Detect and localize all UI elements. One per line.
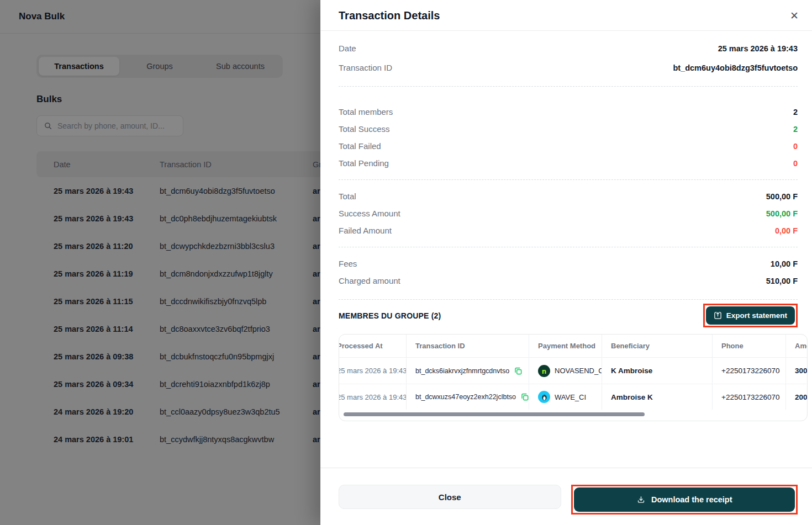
members-table-header: Processed At Transaction ID Payment Meth… — [339, 335, 808, 358]
fee-row: Charged amount 510,00 F — [339, 272, 798, 289]
count-label: Total Success — [339, 124, 390, 134]
fee-value: 10,00 F — [771, 259, 798, 268]
member-row: 25 mars 2026 à 19:43 bt_dcwxuzs47eoyz2ex… — [339, 384, 808, 410]
count-value: 2 — [793, 108, 798, 116]
download-icon — [636, 495, 646, 505]
cell-processed-at: 25 mars 2026 à 19:43 — [339, 358, 406, 384]
amount-row: Total 500,00 F — [339, 188, 798, 205]
date-label: Date — [339, 44, 356, 53]
divider — [339, 179, 798, 180]
transaction-id-row: Transaction ID bt_dcm6uy4obi8dzg3f5fuvto… — [339, 58, 798, 77]
payment-method-label: WAVE_CI — [555, 393, 586, 401]
download-receipt-label: Download the receipt — [651, 495, 732, 504]
divider — [339, 299, 798, 300]
svg-text:n: n — [542, 367, 547, 375]
copy-icon[interactable] — [514, 367, 523, 375]
cell-payment-method: n NOVASEND_CI — [529, 358, 602, 384]
member-transaction-id: bt_dcks6iakrvxjzfnmrtgcdnvtso — [415, 367, 509, 375]
member-row: 25 mars 2026 à 19:43 bt_dcks6iakrvxjzfnm… — [339, 358, 808, 384]
members-header-bar: MEMBRES DU GROUPE (2) Export statement — [339, 304, 798, 327]
copy-icon[interactable] — [520, 393, 529, 401]
panel-footer: Close Download the receipt — [320, 468, 812, 525]
column-header-amount: Amount — [785, 335, 808, 357]
amounts-section: Total 500,00 F Success Amount 500,00 F F… — [339, 188, 798, 239]
annotation-highlight-export: Export statement — [703, 304, 798, 327]
count-row: Total Success 2 — [339, 120, 798, 137]
members-heading: MEMBRES DU GROUPE (2) — [339, 311, 441, 320]
close-button[interactable]: Close — [339, 485, 561, 509]
count-row: Total Failed 0 — [339, 137, 798, 155]
transaction-id-value: bt_dcm6uy4obi8dzg3f5fuvtoetso — [673, 63, 798, 72]
export-icon — [714, 311, 722, 320]
column-header-payment-method: Payment Method — [529, 335, 602, 357]
column-header-phone: Phone — [712, 335, 785, 357]
amount-label: Total — [339, 192, 356, 201]
cell-amount: 200,00 F — [785, 384, 808, 410]
amount-row: Success Amount 500,00 F — [339, 205, 798, 222]
annotation-highlight-download: Download the receipt — [571, 485, 798, 515]
wave-penguin-icon — [538, 391, 550, 403]
counts-section: Total members 2 Total Success 2 Total Fa… — [339, 103, 798, 172]
transaction-id-label: Transaction ID — [339, 63, 392, 72]
export-statement-button[interactable]: Export statement — [706, 306, 795, 325]
payment-method-label: NOVASEND_CI — [555, 367, 602, 375]
count-label: Total Pending — [339, 158, 389, 168]
column-header-beneficiary: Beneficiary — [602, 335, 712, 357]
cell-amount: 300,00 F — [785, 358, 808, 384]
cell-phone: +2250173226070 — [712, 358, 785, 384]
cell-phone: +2250173226070 — [712, 384, 785, 410]
amount-row: Failed Amount 0,00 F — [339, 222, 798, 239]
members-table: Processed At Transaction ID Payment Meth… — [339, 334, 808, 421]
column-header-processed-at: Processed At — [339, 335, 406, 357]
fee-label: Fees — [339, 259, 357, 268]
column-header-transaction-id: Transaction ID — [406, 335, 529, 357]
members-table-body: 25 mars 2026 à 19:43 bt_dcks6iakrvxjzfnm… — [339, 358, 808, 410]
members-table-inner: Processed At Transaction ID Payment Meth… — [339, 335, 808, 410]
cell-beneficiary: K Ambroise — [602, 358, 712, 384]
fee-label: Charged amount — [339, 276, 400, 285]
amount-label: Success Amount — [339, 209, 400, 218]
panel-title: Transaction Details — [339, 9, 440, 22]
divider — [339, 247, 798, 247]
amount-value: 500,00 F — [766, 209, 798, 218]
transaction-details-panel: Transaction Details ✕ Date 25 mars 2026 … — [320, 0, 812, 525]
amount-label: Failed Amount — [339, 226, 392, 235]
count-row: Total members 2 — [339, 103, 798, 120]
count-value: 0 — [793, 142, 798, 151]
count-label: Total members — [339, 107, 393, 116]
download-receipt-button[interactable]: Download the receipt — [574, 487, 795, 512]
member-transaction-id: bt_dcwxuzs47eoyz2exh22jclbtso — [415, 393, 516, 401]
export-statement-label: Export statement — [726, 311, 787, 320]
fees-section: Fees 10,00 F Charged amount 510,00 F — [339, 255, 798, 289]
novasend-icon: n — [538, 365, 550, 377]
fee-value: 510,00 F — [766, 277, 798, 285]
cell-payment-method: WAVE_CI — [529, 384, 602, 410]
panel-header: Transaction Details ✕ — [320, 0, 812, 31]
cell-transaction-id: bt_dcwxuzs47eoyz2exh22jclbtso — [406, 384, 529, 410]
amount-value: 500,00 F — [766, 192, 798, 201]
close-icon[interactable]: ✕ — [785, 8, 803, 23]
horizontal-scrollbar[interactable] — [344, 412, 645, 416]
panel-body: Date 25 mars 2026 à 19:43 Transaction ID… — [320, 31, 812, 468]
divider — [339, 86, 798, 87]
fee-row: Fees 10,00 F — [339, 255, 798, 272]
count-label: Total Failed — [339, 141, 381, 151]
date-row: Date 25 mars 2026 à 19:43 — [339, 39, 798, 58]
cell-transaction-id: bt_dcks6iakrvxjzfnmrtgcdnvtso — [406, 358, 529, 384]
count-value: 2 — [793, 125, 798, 134]
count-value: 0 — [793, 159, 798, 168]
spacer — [339, 421, 798, 468]
amount-value: 0,00 F — [775, 226, 798, 235]
date-value: 25 mars 2026 à 19:43 — [718, 44, 798, 53]
cell-processed-at: 25 mars 2026 à 19:43 — [339, 384, 406, 410]
cell-beneficiary: Ambroise K — [602, 384, 712, 410]
count-row: Total Pending 0 — [339, 155, 798, 172]
